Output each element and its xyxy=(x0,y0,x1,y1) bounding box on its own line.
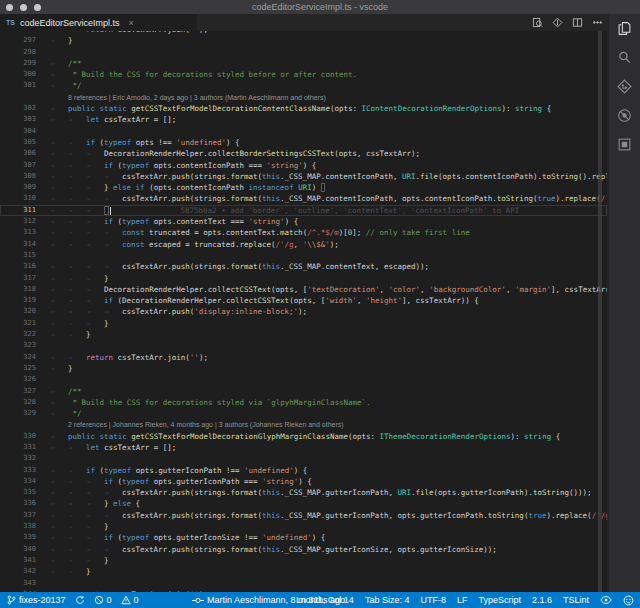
tab-codeEditorServiceImpl[interactable]: TS codeEditorServiceImpl.ts × xyxy=(0,14,197,31)
code-row[interactable]: 302→public static getCSSTextForModelDeco… xyxy=(0,103,607,114)
code-row[interactable]: 343 xyxy=(0,578,607,589)
ts-version-status[interactable]: 2.1.6 xyxy=(532,595,552,605)
line-number: 338 xyxy=(0,521,50,532)
code-row[interactable]: 324→→return cssTextArr.join(''); xyxy=(0,352,607,363)
tab-whitespace-arrow: → xyxy=(86,182,104,193)
code-row[interactable]: 304 xyxy=(0,126,607,137)
code-row[interactable]: 332 xyxy=(0,453,607,464)
code-row[interactable]: 337→→→→cssTextArr.push(strings.format(th… xyxy=(0,510,607,521)
error-count[interactable]: 0 xyxy=(94,595,112,605)
code-row[interactable]: 318→→→DecorationRenderHelper.collectCSST… xyxy=(0,284,607,295)
code-row[interactable]: 334→→→if (typeof opts.gutterIconPath ===… xyxy=(0,476,607,487)
code-row[interactable]: 313→→→→const truncated = opts.contentTex… xyxy=(0,227,607,238)
close-tab-icon[interactable]: × xyxy=(129,18,134,28)
tab-whitespace-arrow: → xyxy=(86,148,104,159)
code-row[interactable]: 338→→→} xyxy=(0,521,607,532)
tab-whitespace-arrow: → xyxy=(104,193,122,204)
codelens-label[interactable]: 8 references | Eric Amodio, 2 days ago |… xyxy=(68,94,326,101)
tab-whitespace-arrow: → xyxy=(50,498,68,509)
line-number: 328 xyxy=(0,397,50,408)
more-actions-icon[interactable] xyxy=(592,17,603,28)
warning-icon xyxy=(121,595,131,605)
code-row[interactable]: 322→→} xyxy=(0,329,607,340)
code-row[interactable]: 317→→→} xyxy=(0,273,607,284)
minimize-window-button[interactable] xyxy=(20,4,27,11)
code-row[interactable]: 311→→→}5875b0a2 • add 'border', 'outline… xyxy=(0,205,607,216)
code-row[interactable]: 323 xyxy=(0,340,607,351)
code-row[interactable]: 310→→→→cssTextArr.push(strings.format(th… xyxy=(0,193,607,204)
cursor-position-status[interactable]: Ln 311, Col 14 xyxy=(296,595,354,605)
sync-status[interactable] xyxy=(75,595,85,605)
git-branch-status[interactable]: fixes-20137 xyxy=(7,595,66,605)
code-row[interactable]: 308→→→→cssTextArr.push(strings.format(th… xyxy=(0,171,607,182)
feedback-smiley[interactable] xyxy=(623,595,634,606)
tab-whitespace-arrow: → xyxy=(68,532,86,543)
code-row[interactable]: 321→→→} xyxy=(0,318,607,329)
code-row[interactable]: 303→→let cssTextArr = []; xyxy=(0,114,607,125)
split-editor-icon[interactable] xyxy=(572,17,583,28)
code-row[interactable]: 319→→→if (DecorationRenderHelper.collect… xyxy=(0,295,607,306)
code-row[interactable]: 309→→→} else if (opts.contentIconPath in… xyxy=(0,182,607,193)
eol-status[interactable]: LF xyxy=(457,595,468,605)
close-window-button[interactable] xyxy=(6,4,13,11)
code-row[interactable]: 339→→→if (typeof opts.gutterIconSize !==… xyxy=(0,532,607,543)
debug-icon[interactable] xyxy=(616,107,633,124)
tab-size-status[interactable]: Tab Size: 4 xyxy=(365,595,410,605)
code-row[interactable]: 340→→→→cssTextArr.push(strings.format(th… xyxy=(0,544,607,555)
tab-whitespace-arrow: → xyxy=(104,510,122,521)
status-label: Ln 311, Col 14 xyxy=(296,595,354,605)
code-row[interactable]: 320→→→→cssTextArr.push('display:inline-b… xyxy=(0,306,607,317)
tab-whitespace-arrow: → xyxy=(104,487,122,498)
code-row[interactable]: 301→ */ xyxy=(0,80,607,91)
tab-whitespace-arrow: → xyxy=(68,148,86,159)
warning-count[interactable]: 0 xyxy=(121,595,139,605)
status-bar-left: fixes-2013700 xyxy=(0,595,139,605)
codelens-label[interactable]: 2 references | Johannes Rieken, 4 months… xyxy=(68,421,344,428)
extensions-icon[interactable] xyxy=(616,136,633,153)
code-row[interactable]: 307→→→if (typeof opts.contentIconPath ==… xyxy=(0,160,607,171)
explorer-icon[interactable] xyxy=(616,20,633,37)
codelens-row[interactable]: 8 references | Eric Amodio, 2 days ago |… xyxy=(0,92,607,103)
tslint-status[interactable]: TSLint xyxy=(563,595,589,605)
code-row[interactable]: 333→→if (typeof opts.gutterIconPath !== … xyxy=(0,465,607,476)
status-label: LF xyxy=(457,595,468,605)
search-icon[interactable] xyxy=(616,49,633,66)
tab-whitespace-arrow: → xyxy=(68,227,86,238)
code-row[interactable]: 335→→→→cssTextArr.push(strings.format(th… xyxy=(0,487,607,498)
code-row[interactable]: 298 xyxy=(0,47,607,58)
tab-whitespace-arrow: → xyxy=(50,363,68,374)
code-row[interactable]: 325→} xyxy=(0,363,607,374)
code-row[interactable]: 314→→→→const escaped = truncated.replace… xyxy=(0,239,607,250)
code-editor[interactable]: 296→→return cssTextArr.join('');297→}298… xyxy=(0,31,607,592)
tab-whitespace-arrow: → xyxy=(50,58,68,69)
codelens-row[interactable]: 2 references | Johannes Rieken, 4 months… xyxy=(0,419,607,430)
code-row[interactable]: 316→→→→cssTextArr.push(strings.format(th… xyxy=(0,261,607,272)
code-row[interactable]: 336→→→} else { xyxy=(0,498,607,509)
source-control-icon[interactable] xyxy=(616,78,633,95)
language-mode-status[interactable]: TypeScript xyxy=(478,595,521,605)
watch-status[interactable] xyxy=(600,595,612,605)
code-row[interactable]: 331→→let cssTextArr = []; xyxy=(0,442,607,453)
line-number: 342 xyxy=(0,566,50,577)
code-row[interactable]: 315 xyxy=(0,250,607,261)
code-row[interactable]: 297→} xyxy=(0,35,607,46)
code-row[interactable]: 306→→→DecorationRenderHelper.collectBord… xyxy=(0,148,607,159)
code-row[interactable]: 330→public static getCSSTextForModelDeco… xyxy=(0,431,607,442)
code-row[interactable]: 341→→→} xyxy=(0,555,607,566)
code-row[interactable]: 299→/** xyxy=(0,58,607,69)
tab-whitespace-arrow: → xyxy=(68,216,86,227)
code-row[interactable]: 327→/** xyxy=(0,386,607,397)
code-row[interactable]: 312→→→if (typeof opts.contentText === 's… xyxy=(0,216,607,227)
maximize-window-button[interactable] xyxy=(34,4,41,11)
code-row[interactable]: 329→ */ xyxy=(0,408,607,419)
code-row[interactable]: 326 xyxy=(0,374,607,385)
line-number: 330 xyxy=(0,431,50,442)
vertical-scrollbar[interactable] xyxy=(598,31,602,592)
open-preview-icon[interactable] xyxy=(532,17,543,28)
code-row[interactable]: 328→ * Build the CSS for decorations sty… xyxy=(0,397,607,408)
code-row[interactable]: 300→ * Build the CSS for decorations sty… xyxy=(0,69,607,80)
code-row[interactable]: 342→→} xyxy=(0,566,607,577)
open-changes-icon[interactable] xyxy=(552,17,563,28)
encoding-status[interactable]: UTF-8 xyxy=(420,595,446,605)
code-row[interactable]: 305→→if (typeof opts !== 'undefined') { xyxy=(0,137,607,148)
